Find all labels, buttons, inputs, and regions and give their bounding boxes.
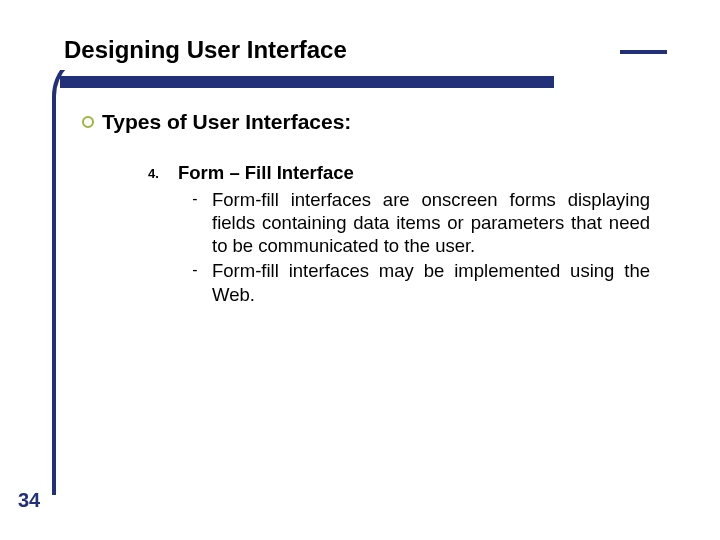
sub-point-text: Form-fill interfaces may be implemented … (212, 259, 650, 305)
slide-title: Designing User Interface (64, 36, 347, 64)
title-underline (60, 76, 554, 88)
dash-icon: - (178, 259, 212, 279)
dash-icon: - (178, 188, 212, 208)
sub-point: - Form-fill interfaces may be implemente… (178, 259, 650, 305)
sub-point: - Form-fill interfaces are onscreen form… (178, 188, 650, 257)
list-item: 4. Form – Fill Interface - Form-fill int… (148, 162, 650, 308)
list-item-body: Form – Fill Interface - Form-fill interf… (178, 162, 650, 308)
bullet-ring-icon (82, 116, 94, 128)
sub-point-text: Form-fill interfaces are onscreen forms … (212, 188, 650, 257)
list-item-heading: Form – Fill Interface (178, 162, 650, 184)
section-subhead: Types of User Interfaces: (102, 110, 351, 134)
page-number: 34 (18, 489, 40, 512)
list-item-number: 4. (148, 162, 178, 181)
content-list: 4. Form – Fill Interface - Form-fill int… (148, 162, 650, 308)
